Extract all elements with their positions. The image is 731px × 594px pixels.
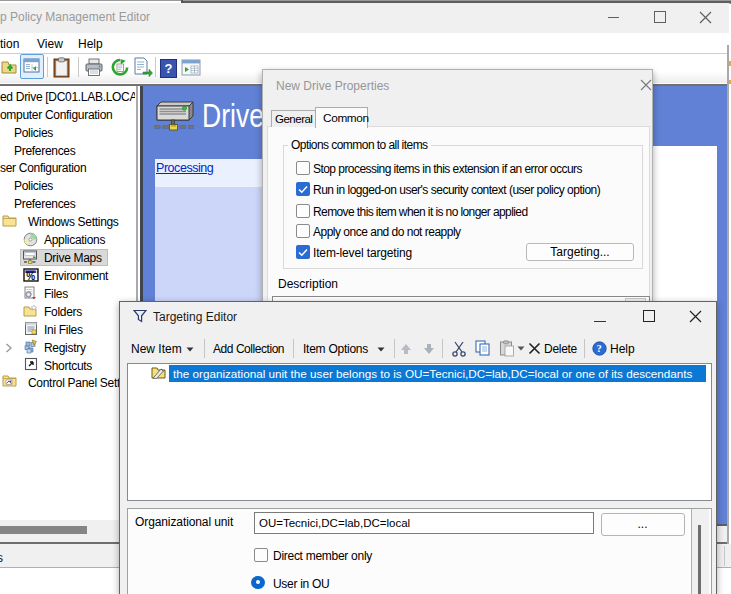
svg-text:?: ? [597, 343, 602, 354]
svg-text:%: % [26, 271, 35, 282]
